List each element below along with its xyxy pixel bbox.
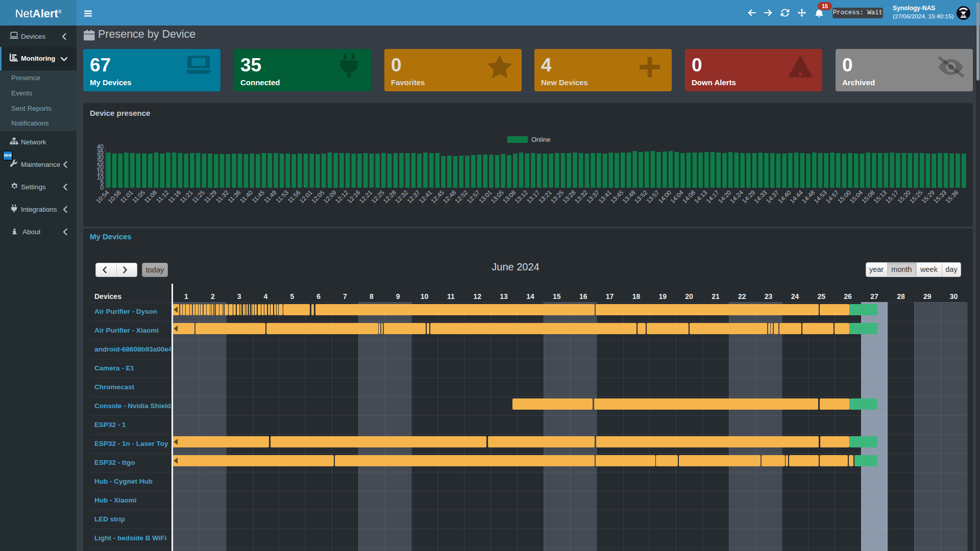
- svg-text:12:57: 12:57: [465, 189, 481, 205]
- svg-text:13:57: 13:57: [645, 189, 660, 205]
- svg-text:13:17: 13:17: [525, 189, 541, 205]
- svg-text:10:54: 10:54: [94, 189, 110, 205]
- svg-text:15:29: 15:29: [920, 189, 936, 205]
- svg-text:13:25: 13:25: [549, 189, 565, 205]
- svg-text:12:37: 12:37: [406, 189, 422, 205]
- svg-text:11:05: 11:05: [131, 189, 146, 205]
- svg-text:11:56: 11:56: [286, 189, 302, 205]
- svg-text:13:21: 13:21: [537, 189, 553, 205]
- svg-text:13:01: 13:01: [477, 189, 493, 205]
- svg-text:12:25: 12:25: [370, 189, 385, 205]
- svg-text:12:41: 12:41: [418, 189, 433, 205]
- svg-text:15:04: 15:04: [848, 189, 864, 205]
- svg-text:11:25: 11:25: [190, 189, 206, 205]
- svg-text:13:41: 13:41: [597, 189, 613, 205]
- svg-text:14:20: 14:20: [717, 189, 732, 205]
- svg-text:11:32: 11:32: [214, 189, 230, 205]
- svg-text:15:17: 15:17: [884, 189, 900, 205]
- svg-text:12:45: 12:45: [430, 189, 446, 205]
- svg-text:14:53: 14:53: [813, 189, 828, 205]
- svg-text:13:05: 13:05: [489, 189, 505, 205]
- svg-text:11:21: 11:21: [179, 189, 194, 205]
- svg-text:15:08: 15:08: [860, 189, 876, 205]
- svg-text:15:13: 15:13: [872, 189, 888, 205]
- svg-text:13:12: 13:12: [513, 189, 529, 205]
- svg-text:12:28: 12:28: [382, 189, 398, 205]
- svg-text:12:01: 12:01: [298, 189, 314, 205]
- svg-text:13:08: 13:08: [501, 189, 517, 205]
- svg-text:11:12: 11:12: [155, 189, 170, 205]
- svg-text:40: 40: [97, 143, 104, 151]
- svg-text:10:56: 10:56: [107, 189, 122, 205]
- svg-text:12:05: 12:05: [310, 189, 326, 205]
- svg-text:13:52: 13:52: [633, 189, 649, 205]
- svg-text:15:25: 15:25: [908, 189, 924, 205]
- svg-text:14:29: 14:29: [741, 189, 756, 205]
- svg-text:12:16: 12:16: [346, 189, 361, 205]
- svg-text:15:00: 15:00: [837, 189, 852, 205]
- svg-text:11:53: 11:53: [275, 189, 290, 205]
- svg-text:12:48: 12:48: [442, 189, 457, 205]
- svg-text:14:44: 14:44: [789, 189, 804, 205]
- svg-text:11:29: 11:29: [203, 189, 218, 205]
- svg-text:15:33: 15:33: [932, 189, 948, 205]
- svg-text:13:48: 13:48: [621, 189, 637, 205]
- svg-text:12:12: 12:12: [334, 189, 350, 205]
- svg-text:12:09: 12:09: [322, 189, 338, 205]
- svg-text:14:57: 14:57: [824, 189, 840, 205]
- svg-text:11:08: 11:08: [143, 189, 159, 205]
- svg-text:15:36: 15:36: [944, 189, 960, 205]
- svg-text:14:04: 14:04: [669, 189, 684, 205]
- svg-text:14:37: 14:37: [765, 189, 780, 205]
- svg-text:11:40: 11:40: [238, 189, 254, 205]
- svg-text:13:28: 13:28: [561, 189, 577, 205]
- svg-text:11:16: 11:16: [167, 189, 183, 205]
- svg-text:12:52: 12:52: [453, 189, 469, 205]
- svg-text:11:49: 11:49: [262, 189, 278, 205]
- svg-text:Online: Online: [531, 136, 551, 143]
- svg-text:14:17: 14:17: [705, 189, 721, 205]
- svg-text:14:13: 14:13: [693, 189, 708, 205]
- svg-text:11:36: 11:36: [227, 189, 242, 205]
- svg-text:13:32: 13:32: [573, 189, 589, 205]
- svg-text:13:45: 13:45: [609, 189, 625, 205]
- svg-text:14:33: 14:33: [752, 189, 768, 205]
- svg-text:12:21: 12:21: [358, 189, 374, 205]
- svg-text:14:08: 14:08: [681, 189, 697, 205]
- svg-text:14:40: 14:40: [776, 189, 792, 205]
- svg-text:11:01: 11:01: [119, 189, 135, 205]
- svg-text:13:37: 13:37: [585, 189, 601, 205]
- svg-text:11:45: 11:45: [251, 189, 266, 205]
- svg-text:14:48: 14:48: [800, 189, 816, 205]
- svg-text:14:24: 14:24: [729, 189, 745, 205]
- svg-text:12:32: 12:32: [394, 189, 409, 205]
- svg-text:14:00: 14:00: [657, 189, 673, 205]
- svg-text:15:20: 15:20: [896, 189, 912, 205]
